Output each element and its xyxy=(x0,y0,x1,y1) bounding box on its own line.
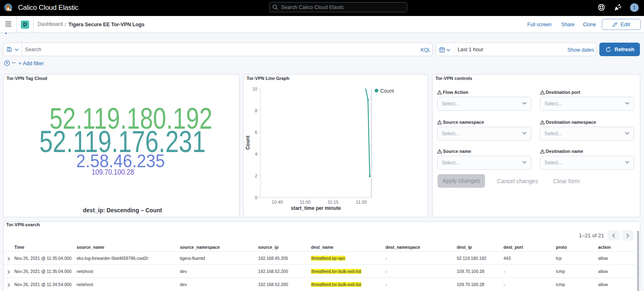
svg-text:2: 2 xyxy=(255,173,257,178)
svg-text:11:15: 11:15 xyxy=(328,200,339,205)
svg-text:6: 6 xyxy=(255,130,257,135)
svg-text:start_time per minute: start_time per minute xyxy=(291,205,341,211)
svg-text:11:30: 11:30 xyxy=(356,200,367,205)
svg-text:Count: Count xyxy=(245,136,251,150)
svg-text:Count: Count xyxy=(380,88,394,94)
svg-text:10: 10 xyxy=(252,86,257,91)
svg-text:4: 4 xyxy=(255,152,257,157)
svg-text:0: 0 xyxy=(255,195,257,200)
svg-text:11:00: 11:00 xyxy=(300,200,311,205)
svg-text:8: 8 xyxy=(255,108,257,113)
svg-text:10:45: 10:45 xyxy=(272,200,283,205)
